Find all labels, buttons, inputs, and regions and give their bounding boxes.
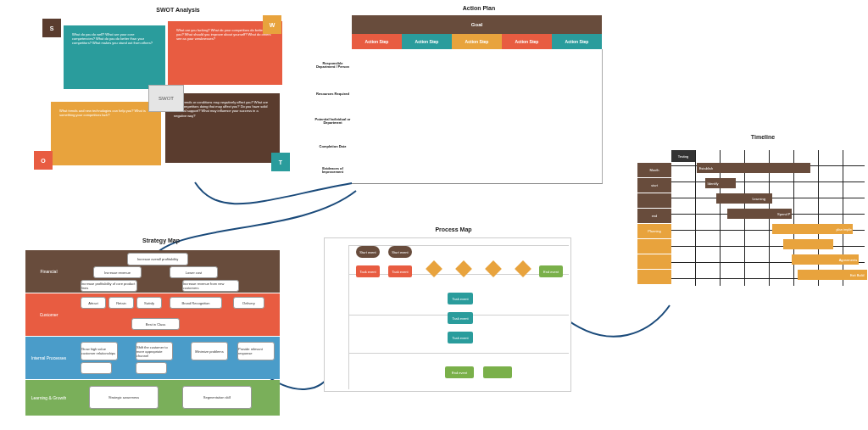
ap-row-0: Responsible Department / Person bbox=[314, 49, 352, 81]
tl-bar[interactable]: plan imple bbox=[833, 224, 853, 234]
tl-bar[interactable] bbox=[772, 224, 834, 234]
sm-box[interactable]: Satisfy bbox=[136, 297, 162, 309]
sm-box[interactable]: Attract bbox=[81, 297, 106, 309]
pm-task[interactable]: Task event bbox=[448, 293, 473, 304]
pm-end[interactable]: End event bbox=[539, 265, 563, 277]
tl-bar[interactable] bbox=[727, 209, 775, 219]
sm-box[interactable]: Segmentation skill bbox=[182, 386, 252, 409]
tl-rowlab: end bbox=[637, 209, 671, 223]
ap-row-1: Resources Required bbox=[314, 81, 352, 107]
ap-goal: Goal bbox=[352, 15, 602, 34]
tl-rowlab bbox=[637, 239, 671, 254]
tl-rowlab: Planning bbox=[637, 224, 671, 238]
tl-bar[interactable] bbox=[800, 163, 810, 173]
sm-box[interactable]: Minimize problems bbox=[191, 342, 228, 360]
swot-o-corner: O bbox=[34, 151, 53, 170]
ap-col-1: Action Step bbox=[402, 34, 452, 49]
sm-lab-1: Customer bbox=[25, 293, 72, 336]
swot-w-corner: W bbox=[263, 15, 281, 34]
swot-opportunity[interactable]: What trends and new technologies can hel… bbox=[51, 102, 161, 165]
tl-bar[interactable] bbox=[792, 254, 837, 265]
tl-bar[interactable] bbox=[798, 270, 848, 280]
sm-box[interactable]: Increase revenue from new customers bbox=[182, 280, 239, 292]
pm-end[interactable]: End event bbox=[445, 366, 474, 378]
pm-title: Process Map bbox=[420, 226, 487, 232]
pm-start2[interactable]: Start event bbox=[388, 246, 412, 258]
tl-bar[interactable] bbox=[783, 239, 833, 249]
tl-title: Timeline bbox=[737, 134, 788, 140]
sm-box[interactable]: Lower cost bbox=[170, 266, 218, 278]
pm-task[interactable]: Task event bbox=[448, 332, 473, 343]
sm-box[interactable]: Grow high value customer relationships bbox=[81, 342, 118, 360]
swot-strength[interactable]: What do you do well? What are your core … bbox=[64, 25, 165, 89]
sm-lab-3: Learning & Growth bbox=[25, 380, 72, 416]
pm-task[interactable]: Task event bbox=[388, 265, 412, 277]
swot-t-corner: T bbox=[271, 153, 290, 171]
sm-lab-2: Internal Processes bbox=[25, 337, 72, 379]
sm-box[interactable]: Best in Class bbox=[131, 318, 180, 330]
tl-col-head: Testing bbox=[671, 150, 695, 162]
sm-box[interactable] bbox=[81, 362, 112, 374]
sm-box[interactable] bbox=[136, 362, 167, 374]
swot-center: SWOT bbox=[148, 85, 184, 112]
ap-row-3: Completion Date bbox=[314, 136, 352, 158]
ap-col-0: Action Step bbox=[352, 34, 402, 49]
sm-box[interactable]: Provide relevant response bbox=[237, 342, 275, 360]
ap-col-4: Action Step bbox=[552, 34, 602, 49]
sm-lab-0: Financial bbox=[25, 250, 72, 293]
pm-start1[interactable]: Start event bbox=[356, 246, 380, 258]
pm-task[interactable]: Task event bbox=[448, 312, 473, 324]
swot-title: SWOT Analysis bbox=[127, 7, 229, 13]
ap-title: Action Plan bbox=[445, 5, 513, 11]
sm-box[interactable]: Increase profitability of core product l… bbox=[81, 280, 137, 292]
tl-rowlab: Month bbox=[637, 163, 671, 177]
sm-box[interactable]: Increase overall profitability bbox=[127, 253, 188, 265]
swot-s-corner: S bbox=[42, 19, 61, 37]
ap-row-4: Evidences of Improvement bbox=[314, 158, 352, 183]
tl-bar[interactable]: Identify bbox=[705, 178, 736, 188]
sm-title: Strategy Map bbox=[127, 237, 195, 243]
sm-box[interactable]: Strategic awareness bbox=[89, 386, 159, 409]
sm-box[interactable]: Brand Recognition bbox=[170, 297, 222, 309]
sm-box[interactable]: Increase revenue bbox=[93, 266, 142, 278]
sm-box[interactable]: Retain bbox=[108, 297, 134, 309]
sm-box[interactable]: Delivery bbox=[233, 297, 264, 309]
tl-rowlab bbox=[637, 193, 671, 208]
tl-bar[interactable]: Exit Build bbox=[848, 270, 867, 280]
tl-bar[interactable]: Spend P bbox=[775, 209, 792, 219]
tl-rowlab: start bbox=[637, 178, 671, 193]
sm-box[interactable]: Shift the customer to more appropriate c… bbox=[136, 342, 173, 360]
tl-rowlab bbox=[637, 270, 671, 284]
tl-bar[interactable]: Learning bbox=[749, 193, 771, 204]
ap-col-3: Action Step bbox=[502, 34, 552, 49]
canvas: SWOT Analysis What do you do well? What … bbox=[0, 0, 868, 430]
pm-task[interactable]: Task event bbox=[356, 265, 380, 277]
tl-bar[interactable]: Agreements bbox=[837, 254, 859, 265]
pm-end[interactable] bbox=[483, 366, 512, 378]
tl-rowlab bbox=[637, 254, 671, 269]
tl-bar[interactable] bbox=[716, 193, 750, 204]
ap-row-2: Potential Individual or Department bbox=[314, 107, 352, 136]
ap-col-2: Action Step bbox=[452, 34, 502, 49]
